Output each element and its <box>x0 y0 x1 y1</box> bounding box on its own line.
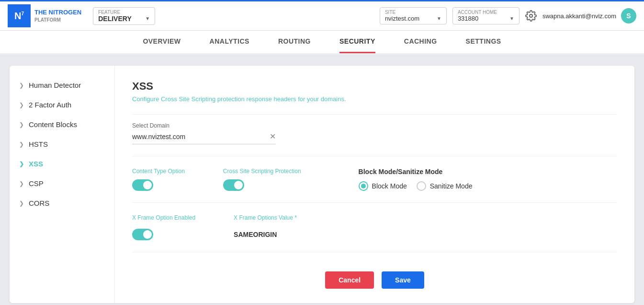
panel-subtitle: Configure Cross Site Scripting protectio… <box>132 95 617 103</box>
clear-domain-button[interactable]: ✕ <box>270 132 276 141</box>
block-mode-radio-circle <box>359 181 368 191</box>
options-row-1: Content Type Option Cross Site Scripting… <box>132 168 617 191</box>
chevron-right-icon: ❯ <box>19 102 24 108</box>
x-frame-toggle[interactable] <box>132 229 195 240</box>
feature-selector[interactable]: FEATURE DELIVERY ▼ <box>93 7 155 25</box>
logo-brand: THE NITROGEN <box>34 9 81 17</box>
site-label: SITE <box>385 10 441 15</box>
feature-chevron-icon: ▼ <box>145 16 150 21</box>
xss-protection-group: Cross Site Scripting Protection <box>223 168 301 191</box>
content-type-option-group: Content Type Option <box>132 168 185 191</box>
chevron-right-icon: ❯ <box>19 180 24 187</box>
logo-text: THE NITROGEN PLATFORM <box>34 9 81 23</box>
frame-options-row: X Frame Option Enabled X Frame Options V… <box>132 214 617 240</box>
domain-section: Select Domain www.nviztest.com ✕ <box>132 122 617 144</box>
sidebar-item-2fa[interactable]: ❯ 2 Factor Auth <box>10 95 114 115</box>
sidebar-item-xss[interactable]: ❯ XSS <box>10 154 114 174</box>
chevron-right-icon: ❯ <box>19 82 24 89</box>
nav-tabs: OVERVIEW ANALYTICS ROUTING SECURITY CACH… <box>0 31 644 54</box>
content-type-label: Content Type Option <box>132 168 185 175</box>
sanitize-mode-radio-circle <box>417 181 426 191</box>
save-button[interactable]: Save <box>382 271 424 289</box>
site-chevron-icon: ▼ <box>437 16 441 21</box>
block-mode-section: Block Mode/Sanitize Mode Block Mode Sani… <box>359 168 473 191</box>
logo-sup: 7 <box>21 11 24 16</box>
chevron-right-icon: ❯ <box>19 200 24 207</box>
domain-label: Select Domain <box>132 122 617 129</box>
logo-area: N7 THE NITROGEN PLATFORM <box>8 4 81 27</box>
content-type-toggle-switch[interactable] <box>132 179 153 191</box>
sidebar-item-cors[interactable]: ❯ CORS <box>10 193 114 213</box>
x-frame-value-group: X Frame Options Value * SAMEORIGIN <box>234 214 297 238</box>
block-mode-label: Block Mode <box>372 182 407 190</box>
x-frame-enabled-label: X Frame Option Enabled <box>132 214 195 221</box>
feature-value: DELIVERY ▼ <box>98 15 150 23</box>
sidebar-item-label: HSTS <box>29 140 48 148</box>
block-mode-title: Block Mode/Sanitize Mode <box>359 168 473 176</box>
divider3 <box>132 202 617 203</box>
account-selector[interactable]: ACCOUNT HOME 331880 ▼ <box>452 7 520 24</box>
divider <box>132 114 617 115</box>
xss-protection-toggle-switch[interactable] <box>223 179 244 191</box>
sidebar-item-human-detector[interactable]: ❯ Human Detector <box>10 75 114 95</box>
x-frame-value-label: X Frame Options Value * <box>234 214 297 221</box>
panel: XSS Configure Cross Site Scripting prote… <box>115 66 634 303</box>
logo-box: N7 <box>8 4 31 27</box>
xss-protection-label: Cross Site Scripting Protection <box>223 168 301 175</box>
sidebar-item-csp[interactable]: ❯ CSP <box>10 174 114 193</box>
tab-caching[interactable]: CACHING <box>404 31 437 53</box>
sidebar: ❯ Human Detector ❯ 2 Factor Auth ❯ Conte… <box>10 66 115 303</box>
settings-gear-button[interactable] <box>525 10 537 22</box>
tab-security[interactable]: SECURITY <box>339 31 375 53</box>
sidebar-item-label: 2 Factor Auth <box>29 101 71 109</box>
chevron-right-icon: ❯ <box>19 161 24 167</box>
domain-value: www.nviztest.com <box>132 133 265 141</box>
tab-routing[interactable]: ROUTING <box>278 31 311 53</box>
logo-n7: N7 <box>14 11 24 22</box>
svg-point-0 <box>530 14 532 17</box>
sanitize-mode-label: Sanitize Mode <box>430 182 473 190</box>
divider2 <box>132 156 617 156</box>
site-value: nviztest.com ▼ <box>385 15 441 22</box>
account-value: 331880 ▼ <box>458 15 514 22</box>
xss-protection-toggle[interactable] <box>223 179 301 191</box>
gear-icon <box>525 10 537 22</box>
chevron-right-icon: ❯ <box>19 141 24 148</box>
sidebar-item-label: CSP <box>29 179 44 188</box>
tab-analytics[interactable]: ANALYTICS <box>210 31 249 53</box>
sidebar-item-label: Content Blocks <box>29 120 77 129</box>
user-email: swapna.akkanti@nviz.com <box>542 12 616 20</box>
content-card: ❯ Human Detector ❯ 2 Factor Auth ❯ Conte… <box>10 66 634 303</box>
avatar: S <box>621 8 636 23</box>
tab-overview[interactable]: OVERVIEW <box>143 31 181 53</box>
sidebar-item-label: XSS <box>29 160 43 168</box>
radio-row: Block Mode Sanitize Mode <box>359 181 473 191</box>
chevron-right-icon: ❯ <box>19 121 24 128</box>
feature-label: FEATURE <box>98 10 150 15</box>
page-title: XSS <box>132 80 617 93</box>
sidebar-item-content-blocks[interactable]: ❯ Content Blocks <box>10 115 114 134</box>
logo-sub: PLATFORM <box>34 17 81 23</box>
main-content: ❯ Human Detector ❯ 2 Factor Auth ❯ Conte… <box>0 54 644 305</box>
account-chevron-icon: ▼ <box>509 16 514 21</box>
x-frame-toggle-switch[interactable] <box>132 229 153 240</box>
sidebar-item-hsts[interactable]: ❯ HSTS <box>10 134 114 154</box>
cancel-button[interactable]: Cancel <box>325 271 374 289</box>
domain-input-row: www.nviztest.com ✕ <box>132 132 276 144</box>
tab-settings[interactable]: SETTINGS <box>466 31 501 53</box>
divider4 <box>132 252 617 252</box>
sidebar-item-label: CORS <box>29 199 49 207</box>
content-type-toggle[interactable] <box>132 179 185 191</box>
top-header: N7 THE NITROGEN PLATFORM FEATURE DELIVER… <box>0 0 644 31</box>
site-selector[interactable]: SITE nviztest.com ▼ <box>380 7 447 24</box>
actions-row: Cancel Save <box>132 271 617 289</box>
x-frame-value: SAMEORIGIN <box>234 231 297 238</box>
account-label: ACCOUNT HOME <box>458 10 514 15</box>
sidebar-item-label: Human Detector <box>29 81 81 89</box>
x-frame-enabled-group: X Frame Option Enabled <box>132 214 195 240</box>
block-mode-radio[interactable]: Block Mode <box>359 181 407 191</box>
sanitize-mode-radio[interactable]: Sanitize Mode <box>417 181 473 191</box>
